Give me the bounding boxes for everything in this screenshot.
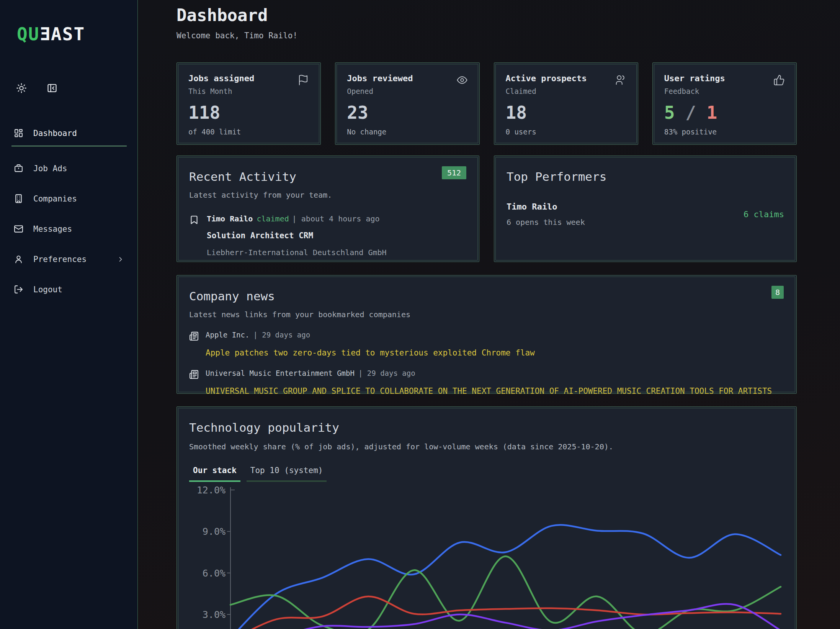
panel-left-close-icon [47,89,57,95]
stat-caption: No change [347,128,467,136]
activity-item[interactable]: Timo Railoclaimed| about 4 hours ago Sol… [189,214,467,257]
performer-detail: 6 opens this week [507,218,585,227]
sun-icon [16,89,27,95]
stat-value: 23 [347,104,467,121]
company-news-title: Company news [189,289,784,303]
news-source: Universal Music Entertainment GmbH [206,369,355,377]
stat-card-active-prospects: Active prospects Claimed 18 0 users [494,62,638,145]
news-meta-line: Apple Inc.| 29 days ago [206,331,535,339]
sidebar-item-preferences[interactable]: Preferences [11,247,127,271]
stat-subtitle: Claimed [506,87,587,95]
briefcase-icon [14,164,23,173]
sidebar-item-messages[interactable]: Messages [11,217,127,241]
technology-title: Technology popularity [189,421,784,434]
sidebar-item-label: Preferences [33,255,87,264]
positive-count: 5 [664,102,675,123]
sidebar-item-logout[interactable]: Logout [11,278,127,301]
activity-company: Liebherr-International Deutschland GmbH [207,248,387,257]
active-item-divider [11,146,127,147]
flag-icon [297,74,309,86]
performer-row[interactable]: Timo Railo 6 opens this week 6 claims [507,202,784,227]
stat-caption: 0 users [506,128,626,136]
brand-logo-secondary: ƎAST [39,24,85,44]
stat-value-ratings: 5 / 1 [664,104,785,121]
performer-name: Timo Railo [507,202,585,211]
stat-title: Active prospects [506,74,587,83]
recent-activity-subtitle: Latest activity from your team. [189,190,467,200]
stat-caption: of 400 limit [188,128,309,136]
activity-meta-line: Timo Railoclaimed| about 4 hours ago [207,214,387,223]
sidebar-item-label: Logout [33,285,62,294]
users-icon [615,74,626,86]
page-title: Dashboard [176,5,797,25]
technology-subtitle: Smoothed weekly share (% of job ads), ad… [189,442,784,451]
activity-action: claimed [257,214,289,223]
thumbs-up-icon [773,74,785,86]
newspaper-icon [189,370,199,396]
activity-actor: Timo Railo [207,214,253,223]
technology-popularity-chart: 12.0%9.0%6.0%3.0% [189,485,784,629]
svg-text:6.0%: 6.0% [203,568,226,579]
sidebar-item-label: Companies [33,194,77,203]
stat-subtitle: Opened [347,87,413,95]
chart-tabs: Our stack Top 10 (system) [189,466,784,482]
tab-our-stack[interactable]: Our stack [189,466,240,482]
svg-text:9.0%: 9.0% [203,526,226,537]
stat-card-jobs-assigned: Jobs assigned This Month 118 of 400 limi… [176,62,321,145]
news-meta-line: Universal Music Entertainment GmbH| 29 d… [206,369,772,377]
stat-caption: 83% positive [664,128,785,136]
recent-activity-card: 512 Recent Activity Latest activity from… [176,156,479,262]
main-content: Dashboard Welcome back, Timo Railo! Jobs… [138,0,840,629]
user-icon [14,254,23,264]
stat-value: 18 [506,104,626,121]
stat-card-jobs-reviewed: Jobs reviewed Opened 23 No change [335,62,479,145]
svg-text:3.0%: 3.0% [203,609,226,620]
sidebar-item-label: Dashboard [33,129,77,138]
activity-timestamp: | about 4 hours ago [292,214,380,223]
performer-metric: 6 claims [744,210,784,219]
sidebar-actions [15,81,127,96]
theme-toggle-button[interactable] [15,81,28,96]
stat-cards-row: Jobs assigned This Month 118 of 400 limi… [176,62,797,145]
news-headline-link[interactable]: Apple patches two zero-days tied to myst… [206,348,535,357]
sidebar-item-job-ads[interactable]: Job Ads [11,157,127,180]
newspaper-icon [189,331,199,357]
stat-value: 118 [188,104,309,121]
sidebar-nav: Dashboard Job Ads Companies [11,121,127,301]
chart-area: 12.0%9.0%6.0%3.0% [189,485,784,629]
company-news-card: 8 Company news Latest news links from yo… [176,275,797,394]
stat-title: Jobs assigned [188,74,254,83]
company-news-subtitle: Latest news links from your bookmarked c… [189,310,784,319]
bookmark-icon [189,215,199,257]
news-headline-link[interactable]: UNIVERSAL MUSIC GROUP AND SPLICE TO COLL… [206,387,772,396]
stat-subtitle: Feedback [664,87,725,95]
tab-top-10-system[interactable]: Top 10 (system) [247,466,327,482]
sidebar-item-label: Job Ads [33,164,67,173]
stat-subtitle: This Month [188,87,254,95]
news-age: | 29 days ago [358,369,415,377]
sidebar-item-label: Messages [33,224,72,234]
news-source: Apple Inc. [206,331,249,339]
brand-logo: QUƎAST [17,24,127,44]
mail-icon [14,224,23,234]
negative-count: 1 [707,102,717,123]
activity-performers-row: 512 Recent Activity Latest activity from… [176,156,797,262]
sidebar-item-dashboard[interactable]: Dashboard [11,121,127,145]
svg-text:12.0%: 12.0% [197,485,226,496]
recent-activity-title: Recent Activity [189,170,467,183]
app-root: QUƎAST Dashboard [0,0,840,629]
news-age: | 29 days ago [253,331,310,339]
logout-icon [14,285,23,294]
building-icon [14,194,23,203]
top-performers-card: Top Performers Timo Railo 6 opens this w… [494,156,797,262]
technology-popularity-card: Technology popularity Smoothed weekly sh… [176,406,797,629]
activity-job-title: Solution Architect CRM [207,231,387,240]
dashboard-grid-icon [14,128,23,138]
brand-logo-primary: QU [17,24,39,44]
stat-title: User ratings [664,74,725,83]
chevron-right-icon [117,256,124,263]
sidebar-item-companies[interactable]: Companies [11,187,127,210]
news-item: Universal Music Entertainment GmbH| 29 d… [189,369,784,396]
top-performers-title: Top Performers [507,170,784,183]
sidebar-collapse-button[interactable] [45,81,59,96]
